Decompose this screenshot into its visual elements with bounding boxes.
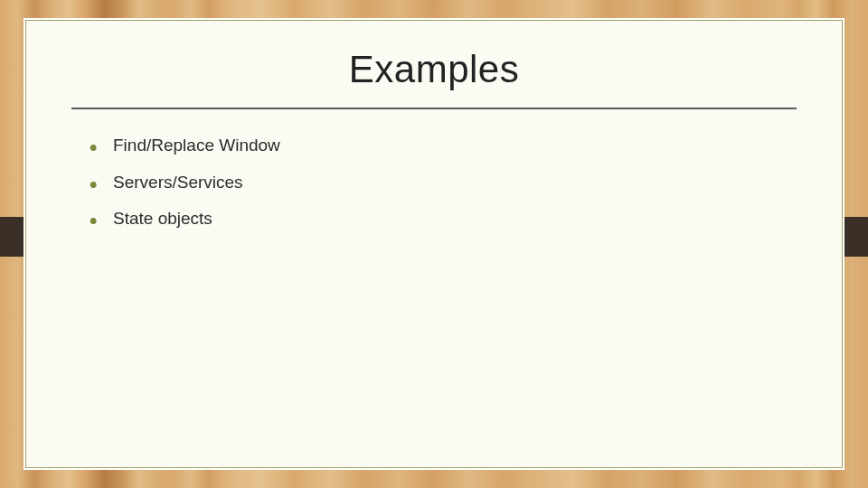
list-item: Find/Replace Window (90, 135, 797, 157)
slide-card: Examples Find/Replace Window Servers/Ser… (24, 18, 844, 470)
list-item: Servers/Services (90, 172, 797, 194)
slide-inner-border: Examples Find/Replace Window Servers/Ser… (25, 20, 843, 468)
left-edge-accent (0, 217, 24, 257)
title-divider (71, 108, 797, 109)
slide-title: Examples (71, 48, 797, 91)
list-item: State objects (90, 208, 797, 230)
bullet-list: Find/Replace Window Servers/Services Sta… (71, 135, 797, 230)
right-edge-accent (844, 217, 868, 257)
